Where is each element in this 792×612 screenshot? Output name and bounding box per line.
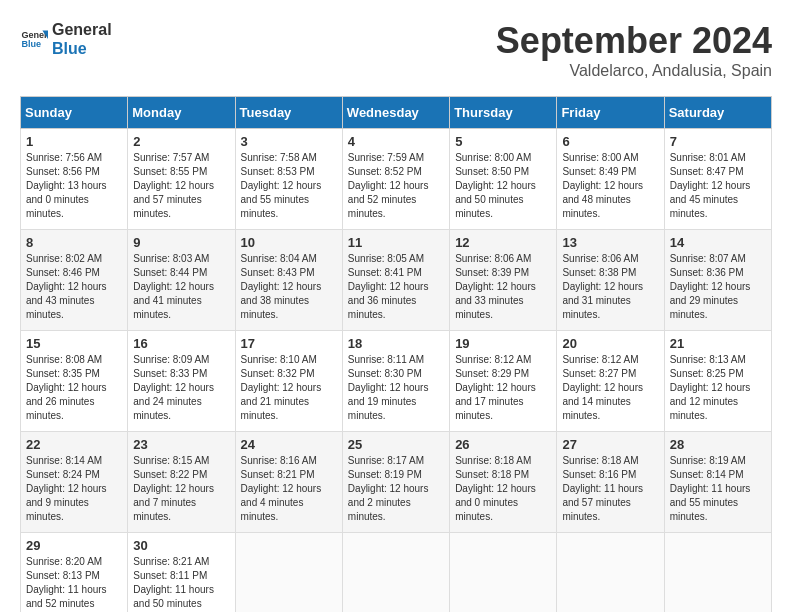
month-title: September 2024 <box>496 20 772 62</box>
day-number: 24 <box>241 437 337 452</box>
day-header-friday: Friday <box>557 97 664 129</box>
calendar-cell: 20 Sunrise: 8:12 AM Sunset: 8:27 PM Dayl… <box>557 331 664 432</box>
day-number: 20 <box>562 336 658 351</box>
day-info: Sunrise: 8:12 AM Sunset: 8:27 PM Dayligh… <box>562 353 658 423</box>
day-number: 6 <box>562 134 658 149</box>
day-info: Sunrise: 8:21 AM Sunset: 8:11 PM Dayligh… <box>133 555 229 612</box>
day-info: Sunrise: 8:10 AM Sunset: 8:32 PM Dayligh… <box>241 353 337 423</box>
day-info: Sunrise: 8:15 AM Sunset: 8:22 PM Dayligh… <box>133 454 229 524</box>
day-info: Sunrise: 7:56 AM Sunset: 8:56 PM Dayligh… <box>26 151 122 221</box>
calendar-cell: 25 Sunrise: 8:17 AM Sunset: 8:19 PM Dayl… <box>342 432 449 533</box>
day-number: 25 <box>348 437 444 452</box>
day-number: 28 <box>670 437 766 452</box>
calendar-cell <box>235 533 342 613</box>
day-info: Sunrise: 8:09 AM Sunset: 8:33 PM Dayligh… <box>133 353 229 423</box>
calendar-cell: 10 Sunrise: 8:04 AM Sunset: 8:43 PM Dayl… <box>235 230 342 331</box>
day-number: 19 <box>455 336 551 351</box>
calendar-cell: 12 Sunrise: 8:06 AM Sunset: 8:39 PM Dayl… <box>450 230 557 331</box>
calendar-cell: 13 Sunrise: 8:06 AM Sunset: 8:38 PM Dayl… <box>557 230 664 331</box>
day-number: 12 <box>455 235 551 250</box>
calendar-cell: 16 Sunrise: 8:09 AM Sunset: 8:33 PM Dayl… <box>128 331 235 432</box>
day-header-tuesday: Tuesday <box>235 97 342 129</box>
day-number: 10 <box>241 235 337 250</box>
day-number: 23 <box>133 437 229 452</box>
calendar-cell: 29 Sunrise: 8:20 AM Sunset: 8:13 PM Dayl… <box>21 533 128 613</box>
day-info: Sunrise: 8:11 AM Sunset: 8:30 PM Dayligh… <box>348 353 444 423</box>
day-header-monday: Monday <box>128 97 235 129</box>
day-number: 18 <box>348 336 444 351</box>
day-number: 26 <box>455 437 551 452</box>
calendar-cell: 15 Sunrise: 8:08 AM Sunset: 8:35 PM Dayl… <box>21 331 128 432</box>
day-number: 9 <box>133 235 229 250</box>
calendar-cell: 26 Sunrise: 8:18 AM Sunset: 8:18 PM Dayl… <box>450 432 557 533</box>
calendar-cell: 19 Sunrise: 8:12 AM Sunset: 8:29 PM Dayl… <box>450 331 557 432</box>
day-number: 11 <box>348 235 444 250</box>
logo-general: General <box>52 20 112 39</box>
day-info: Sunrise: 8:18 AM Sunset: 8:18 PM Dayligh… <box>455 454 551 524</box>
day-info: Sunrise: 8:06 AM Sunset: 8:39 PM Dayligh… <box>455 252 551 322</box>
day-info: Sunrise: 8:12 AM Sunset: 8:29 PM Dayligh… <box>455 353 551 423</box>
day-info: Sunrise: 8:01 AM Sunset: 8:47 PM Dayligh… <box>670 151 766 221</box>
day-number: 30 <box>133 538 229 553</box>
day-info: Sunrise: 8:05 AM Sunset: 8:41 PM Dayligh… <box>348 252 444 322</box>
day-number: 1 <box>26 134 122 149</box>
location-title: Valdelarco, Andalusia, Spain <box>496 62 772 80</box>
day-number: 13 <box>562 235 658 250</box>
day-header-wednesday: Wednesday <box>342 97 449 129</box>
day-header-saturday: Saturday <box>664 97 771 129</box>
calendar-cell: 11 Sunrise: 8:05 AM Sunset: 8:41 PM Dayl… <box>342 230 449 331</box>
calendar-cell: 4 Sunrise: 7:59 AM Sunset: 8:52 PM Dayli… <box>342 129 449 230</box>
day-info: Sunrise: 8:00 AM Sunset: 8:50 PM Dayligh… <box>455 151 551 221</box>
day-number: 3 <box>241 134 337 149</box>
day-number: 15 <box>26 336 122 351</box>
calendar-cell <box>342 533 449 613</box>
calendar-cell: 23 Sunrise: 8:15 AM Sunset: 8:22 PM Dayl… <box>128 432 235 533</box>
day-info: Sunrise: 8:17 AM Sunset: 8:19 PM Dayligh… <box>348 454 444 524</box>
calendar-cell <box>664 533 771 613</box>
day-info: Sunrise: 7:57 AM Sunset: 8:55 PM Dayligh… <box>133 151 229 221</box>
day-header-thursday: Thursday <box>450 97 557 129</box>
calendar-cell: 2 Sunrise: 7:57 AM Sunset: 8:55 PM Dayli… <box>128 129 235 230</box>
calendar-cell: 21 Sunrise: 8:13 AM Sunset: 8:25 PM Dayl… <box>664 331 771 432</box>
calendar-cell: 27 Sunrise: 8:18 AM Sunset: 8:16 PM Dayl… <box>557 432 664 533</box>
logo-icon: General Blue <box>20 25 48 53</box>
calendar-table: SundayMondayTuesdayWednesdayThursdayFrid… <box>20 96 772 612</box>
calendar-cell: 17 Sunrise: 8:10 AM Sunset: 8:32 PM Dayl… <box>235 331 342 432</box>
day-info: Sunrise: 8:20 AM Sunset: 8:13 PM Dayligh… <box>26 555 122 612</box>
day-info: Sunrise: 8:03 AM Sunset: 8:44 PM Dayligh… <box>133 252 229 322</box>
svg-text:Blue: Blue <box>21 40 41 50</box>
day-number: 21 <box>670 336 766 351</box>
calendar-cell: 5 Sunrise: 8:00 AM Sunset: 8:50 PM Dayli… <box>450 129 557 230</box>
day-number: 14 <box>670 235 766 250</box>
day-info: Sunrise: 8:00 AM Sunset: 8:49 PM Dayligh… <box>562 151 658 221</box>
day-number: 16 <box>133 336 229 351</box>
calendar-cell <box>450 533 557 613</box>
calendar-cell: 30 Sunrise: 8:21 AM Sunset: 8:11 PM Dayl… <box>128 533 235 613</box>
day-info: Sunrise: 8:18 AM Sunset: 8:16 PM Dayligh… <box>562 454 658 524</box>
calendar-cell: 6 Sunrise: 8:00 AM Sunset: 8:49 PM Dayli… <box>557 129 664 230</box>
day-info: Sunrise: 8:14 AM Sunset: 8:24 PM Dayligh… <box>26 454 122 524</box>
day-header-sunday: Sunday <box>21 97 128 129</box>
day-number: 4 <box>348 134 444 149</box>
day-number: 5 <box>455 134 551 149</box>
title-block: September 2024 Valdelarco, Andalusia, Sp… <box>496 20 772 80</box>
calendar-cell: 3 Sunrise: 7:58 AM Sunset: 8:53 PM Dayli… <box>235 129 342 230</box>
day-info: Sunrise: 8:02 AM Sunset: 8:46 PM Dayligh… <box>26 252 122 322</box>
day-number: 17 <box>241 336 337 351</box>
day-info: Sunrise: 8:19 AM Sunset: 8:14 PM Dayligh… <box>670 454 766 524</box>
calendar-cell: 1 Sunrise: 7:56 AM Sunset: 8:56 PM Dayli… <box>21 129 128 230</box>
calendar-cell: 9 Sunrise: 8:03 AM Sunset: 8:44 PM Dayli… <box>128 230 235 331</box>
day-info: Sunrise: 8:07 AM Sunset: 8:36 PM Dayligh… <box>670 252 766 322</box>
day-number: 29 <box>26 538 122 553</box>
day-info: Sunrise: 8:08 AM Sunset: 8:35 PM Dayligh… <box>26 353 122 423</box>
day-info: Sunrise: 7:58 AM Sunset: 8:53 PM Dayligh… <box>241 151 337 221</box>
logo-blue: Blue <box>52 39 112 58</box>
day-number: 2 <box>133 134 229 149</box>
day-info: Sunrise: 7:59 AM Sunset: 8:52 PM Dayligh… <box>348 151 444 221</box>
calendar-cell: 28 Sunrise: 8:19 AM Sunset: 8:14 PM Dayl… <box>664 432 771 533</box>
calendar-cell: 24 Sunrise: 8:16 AM Sunset: 8:21 PM Dayl… <box>235 432 342 533</box>
logo: General Blue General Blue <box>20 20 112 58</box>
day-info: Sunrise: 8:04 AM Sunset: 8:43 PM Dayligh… <box>241 252 337 322</box>
day-info: Sunrise: 8:13 AM Sunset: 8:25 PM Dayligh… <box>670 353 766 423</box>
calendar-cell: 22 Sunrise: 8:14 AM Sunset: 8:24 PM Dayl… <box>21 432 128 533</box>
